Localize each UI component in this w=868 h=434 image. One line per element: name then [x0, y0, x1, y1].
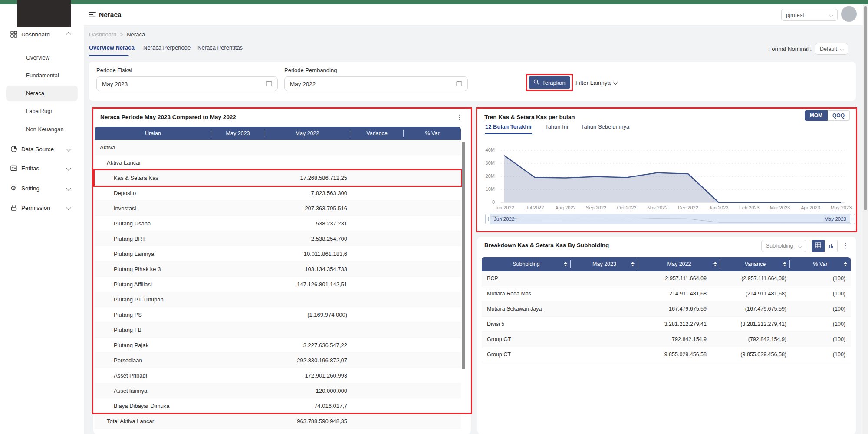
brush-range-bar[interactable]: Jun 2022 May 2023 [490, 214, 850, 224]
table-row-piutang-pajak[interactable]: Piutang Pajak3.227.636.547,22 [95, 338, 461, 353]
column-header-pct-var[interactable]: % Var [404, 127, 461, 140]
sort-icon[interactable] [783, 262, 786, 266]
apply-button[interactable]: Terapkan [529, 76, 570, 89]
column-header-pct-var[interactable]: % Var [790, 257, 851, 271]
periode-pembanding-input[interactable]: May 2022 [284, 76, 468, 91]
tab-tahun-ini[interactable]: Tahun Ini [545, 123, 568, 134]
table-row-aktiva[interactable]: Aktiva [95, 140, 461, 155]
tab-tahun-sebelumnya[interactable]: Tahun Sebelumnya [581, 123, 629, 134]
table-row-kas-setara-kas[interactable]: Kas & Setara Kas17.268.586.712,25 [95, 170, 461, 186]
sidebar-item-entitas[interactable]: Entitas [0, 161, 83, 176]
apply-button-label: Terapkan [542, 80, 565, 86]
cell-value: (214.911.481,68) [746, 291, 786, 297]
chevron-down-icon [66, 205, 71, 210]
column-header-variance[interactable]: Variance [350, 127, 404, 140]
chart-y-axis-labels: 010M20M30M40M [477, 147, 497, 204]
qoq-button[interactable]: QOQ [828, 110, 850, 121]
tab-neraca-perperiode[interactable]: Neraca Perperiode [143, 44, 191, 51]
breakdown-row-divisi-5[interactable]: Divisi 53.281.212.279,41(3.281.212.279,4… [482, 317, 851, 332]
breakdown-row-group-ct[interactable]: Group CT9.855.029.456,58(9.855.029.456,5… [482, 347, 851, 362]
mom-button[interactable]: MOM [805, 110, 828, 121]
table-row-asset-lainnya[interactable]: Asset lainnya120.000.000 [95, 383, 461, 398]
column-header-uraian[interactable]: Uraian [95, 127, 211, 140]
breakdown-row-group-gt[interactable]: Group GT792.842.154,9(792.842.154,9)(100… [482, 332, 851, 347]
table-row-piutang-brt[interactable]: Piutang BRT2.538.254.700 [95, 231, 461, 246]
entity-icon [10, 165, 17, 172]
cell-value: (2.957.111.664,09) [741, 275, 786, 282]
x-tick-label: Feb 2023 [732, 205, 766, 210]
cell-value: 792.842.154,9 [672, 336, 707, 342]
subholding-select[interactable]: Subholding [761, 240, 806, 252]
table-row-biaya-dibayar-dimuka[interactable]: Biaya Dibayar Dimuka74.016.017,7 [95, 398, 461, 414]
breakdown-row-bcp[interactable]: BCP2.957.111.664,09(2.957.111.664,09)(10… [482, 271, 851, 286]
sort-icon[interactable] [844, 262, 847, 266]
more-filters-button[interactable]: Filter Lainnya [575, 76, 617, 89]
column-header-may-2022[interactable]: May 2022 [638, 257, 720, 271]
pie-chart-icon [10, 146, 17, 152]
breadcrumb-dashboard[interactable]: Dashboard [89, 31, 117, 38]
cell-value: 3.281.212.279,41 [664, 321, 707, 327]
neraca-card-title: Neraca Periode May 2023 Compared to May … [100, 114, 236, 120]
table-row-persediaan[interactable]: Persediaan292.830.196.872,07 [95, 353, 461, 368]
periode-fiskal-input[interactable]: May 2023 [96, 76, 278, 91]
avatar[interactable] [841, 6, 857, 22]
table-row-piutang-pt-tutupan[interactable]: Piutang PT Tutupan [95, 292, 461, 307]
table-row-investasi[interactable]: Investasi207.363.795.516 [95, 201, 461, 216]
row-label: Piutang PT Tutupan [95, 296, 164, 303]
sort-icon[interactable] [631, 262, 635, 266]
format-nominal-select[interactable]: Default [815, 43, 848, 55]
page-scrollbar-thumb[interactable] [864, 6, 867, 210]
sidebar-item-laba-rugi[interactable]: Laba Rugi [6, 103, 78, 119]
table-row-piutang-pihak-ke-3[interactable]: Piutang Pihak ke 3103.134.354.733 [95, 262, 461, 277]
table-row-total-aktiva-lancar[interactable]: Total Aktiva Lancar963.788.590.948,35 [95, 414, 461, 429]
tab-neraca-perentitas[interactable]: Neraca Perentitas [197, 44, 243, 51]
subholding-name: Mutiara Sekawan Jaya [482, 306, 542, 312]
breakdown-row-mutiara-roda-mas[interactable]: Mutiara Roda Mas214.911.481,68(214.911.4… [482, 286, 851, 301]
column-header-subholding[interactable]: Subholding [482, 257, 571, 271]
table-row-piutang-affiliasi[interactable]: Piutang Affiliasi147.126.801.142,51 [95, 277, 461, 292]
table-row-piutang-fb[interactable]: Piutang FB [95, 322, 461, 338]
column-header-variance[interactable]: Variance [720, 257, 790, 271]
table-row-deposito[interactable]: Deposito7.823.563.300 [95, 186, 461, 201]
table-row-piutang-usaha[interactable]: Piutang Usaha538.237.231 [95, 216, 461, 231]
sidebar-item-fundamental[interactable]: Fundamental [6, 68, 78, 83]
neraca-table-card: Neraca Periode May 2023 Compared to May … [93, 109, 471, 434]
table-row-piutang-lainnya[interactable]: Piutang Lainnya10.011.861.183,6 [95, 246, 461, 262]
breakdown-card: Breakdown Kas & Setara Kas By Subholding… [477, 237, 856, 434]
row-value: 207.363.795.516 [305, 205, 347, 212]
table-row-piutang-ps[interactable]: Piutang PS(1.169.974.000) [95, 307, 461, 322]
sort-icon[interactable] [713, 262, 717, 266]
cell-value: (100) [833, 351, 845, 358]
sidebar-item-dashboard[interactable]: Dashboard [0, 27, 83, 42]
column-header-may-2023[interactable]: May 2023 [211, 127, 264, 140]
chart-view-button[interactable] [825, 240, 838, 252]
kebab-menu-icon[interactable]: ⋮ [842, 242, 849, 249]
brush-handle-left[interactable] [485, 214, 490, 224]
sidebar-item-permission[interactable]: Permission [0, 200, 83, 215]
brush-handle-right[interactable] [850, 214, 855, 224]
table-view-button[interactable] [812, 240, 825, 252]
chart-brush: Jun 2022 May 2023 [485, 214, 855, 224]
table-row-aktiva-lancar[interactable]: Aktiva Lancar [95, 155, 461, 170]
tab-overview-neraca[interactable]: Overview Neraca [89, 44, 135, 51]
sidebar-item-setting[interactable]: ⚙ Setting [0, 181, 83, 195]
periode-fiskal-value: May 2023 [102, 81, 128, 87]
table-scrollbar-thumb[interactable] [462, 142, 465, 369]
kebab-menu-icon[interactable]: ⋮ [456, 114, 463, 121]
sidebar-item-neraca[interactable]: Neraca [6, 86, 78, 101]
subholding-select-value: Subholding [766, 243, 793, 249]
sidebar-item-overview[interactable]: Overview [6, 50, 78, 66]
sidebar-item-non-keuangan[interactable]: Non Keuangan [6, 122, 78, 137]
calendar-icon [266, 80, 272, 88]
sort-icon[interactable] [564, 262, 567, 266]
table-row-asset-pribadi[interactable]: Asset Pribadi172.901.260.993 [95, 368, 461, 383]
sidebar-item-data-source[interactable]: Data Source [0, 142, 83, 156]
breakdown-row-mutiara-sekawan-jaya[interactable]: Mutiara Sekawan Jaya167.479.675,59(167.4… [482, 301, 851, 317]
subholding-name: Mutiara Roda Mas [482, 291, 531, 297]
cell-value: 167.479.675,59 [669, 306, 707, 312]
column-header-may-2022[interactable]: May 2022 [264, 127, 350, 140]
menu-fold-icon[interactable] [89, 12, 96, 19]
tab-12-bulan-terakhir[interactable]: 12 Bulan Terakhir [485, 123, 532, 134]
user-select[interactable]: pjmtest [781, 9, 838, 21]
column-header-may-2023[interactable]: May 2023 [571, 257, 638, 271]
